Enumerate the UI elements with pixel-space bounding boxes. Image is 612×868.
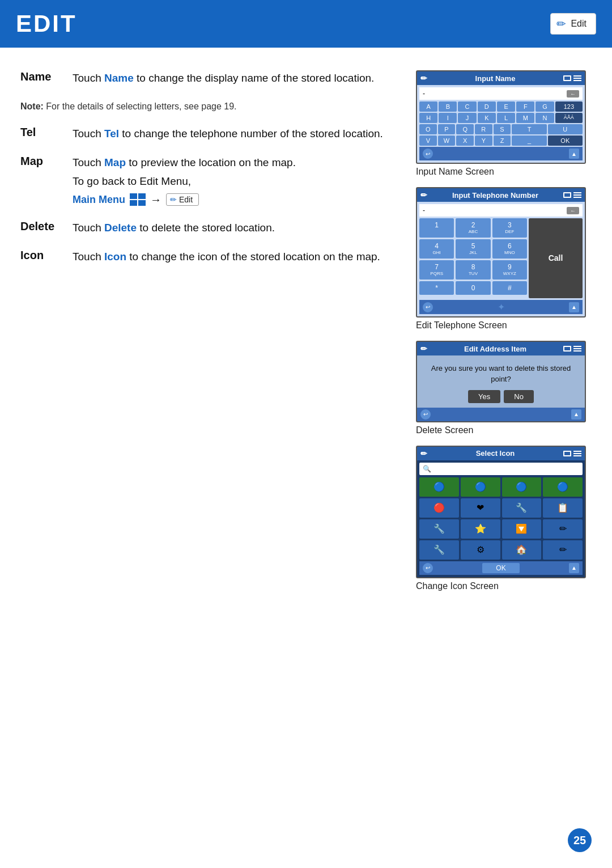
keyboard-row-2: H I J K L M N ÄÅÁ [419,113,583,123]
key-hash[interactable]: # [492,281,527,295]
key-c[interactable]: C [458,101,476,112]
signal-icon [563,75,571,81]
icon-cell-4[interactable]: 🔵 [543,477,583,497]
icon-cell-13[interactable]: 🔧 [419,540,459,560]
key-k[interactable]: K [478,113,496,123]
key-3[interactable]: 3DEF [492,218,527,238]
delete-highlight: Delete [104,222,137,234]
key-q[interactable]: Q [456,124,474,134]
key-h[interactable]: H [419,113,437,123]
icon-cell-12[interactable]: ✏ [543,519,583,539]
key-d[interactable]: D [478,101,496,112]
tel-topbar: ✏ Input Telephone Number [417,188,585,202]
key-a[interactable]: A [419,101,437,112]
delete-section: Delete Touch Delete to delete the stored… [20,220,398,236]
key-5[interactable]: 5JKL [456,239,490,259]
icon-cell-16[interactable]: ✏ [543,540,583,560]
key-8[interactable]: 8TUV [456,260,490,280]
key-z[interactable]: Z [494,136,511,146]
icon-screen: ✏ Select Icon 🔍 [416,446,586,578]
tel-up-button[interactable]: ▲ [569,302,579,312]
pen-icon: ✏ [556,17,566,31]
key-123[interactable]: 123 [555,101,583,112]
icon-cell-5[interactable]: 🔴 [419,498,459,518]
back-button[interactable]: ↩ [423,149,433,159]
delete-row: Delete Touch Delete to delete the stored… [20,220,398,236]
delete-up-button[interactable]: ▲ [571,409,581,420]
key-ok[interactable]: OK [548,136,583,146]
icon-cell-11[interactable]: 🔽 [502,519,542,539]
key-1[interactable]: 1 [419,218,454,238]
key-7[interactable]: 7PQRS [419,260,454,280]
icon-cell-10[interactable]: ⭐ [461,519,500,539]
note-text: Note: For the details of selecting lette… [20,100,398,113]
tel-backspace[interactable]: ← [567,207,579,214]
name-definition: Touch Name to change the display name of… [73,70,374,86]
map-sub: To go back to Edit Menu, [73,175,398,188]
icon-cell-3[interactable]: 🔵 [502,477,542,497]
delete-signal-icon [563,346,571,352]
icon-cell-14[interactable]: ⚙ [461,540,500,560]
key-b[interactable]: B [439,101,457,112]
key-w[interactable]: W [438,136,456,146]
key-4[interactable]: 4GHI [419,239,454,259]
key-s[interactable]: S [494,124,511,134]
map-row: Map Touch Map to preview the location on… [20,155,398,171]
key-t[interactable]: T [512,124,546,134]
icon-back-button[interactable]: ↩ [423,563,433,573]
tel-bottom-bar: ↩ ✦ ▲ [419,300,583,314]
key-2[interactable]: 2ABC [456,218,490,238]
tel-definition: Touch Tel to change the telephone number… [73,126,383,142]
key-n[interactable]: N [536,113,554,123]
input-name-bottom-bar: ↩ ▲ [419,147,583,160]
key-o[interactable]: O [419,124,437,134]
icon-cell-2[interactable]: 🔵 [461,477,500,497]
delete-topbar-title: Edit Address Item [464,345,526,353]
key-aaa[interactable]: ÄÅÁ [555,113,583,123]
icon-ok-button[interactable]: OK [482,563,519,573]
icon-cell-7[interactable]: 🔧 [502,498,542,518]
icon-definition: Touch Icon to change the icon of the sto… [73,249,380,265]
key-0[interactable]: 0 [456,281,490,295]
yes-button[interactable]: Yes [468,390,500,403]
icon-cell-8[interactable]: 📋 [543,498,583,518]
up-button[interactable]: ▲ [569,149,579,159]
key-e[interactable]: E [497,101,515,112]
key-x[interactable]: X [456,136,474,146]
icon-up-button[interactable]: ▲ [569,563,579,573]
key-j[interactable]: J [458,113,476,123]
key-u[interactable]: U [548,124,583,134]
key-y[interactable]: Y [475,136,492,146]
key-9[interactable]: 9WXYZ [492,260,527,280]
delete-definition: Touch Delete to delete the stored locati… [73,220,275,236]
key-g[interactable]: G [536,101,554,112]
edit-pen-icon: ✏ [170,195,177,204]
icon-cell-6[interactable]: ❤ [461,498,500,518]
key-i[interactable]: I [439,113,457,123]
key-r[interactable]: R [475,124,492,134]
key-l[interactable]: L [497,113,515,123]
icon-cell-15[interactable]: 🏠 [502,540,542,560]
key-v[interactable]: V [419,136,437,146]
key-star[interactable]: * [419,281,454,295]
tel-back-button[interactable]: ↩ [423,302,433,312]
delete-buttons: Yes No [422,390,580,403]
key-m[interactable]: M [516,113,534,123]
icon-signal-icon [563,451,571,456]
key-space[interactable]: _ [512,136,546,146]
icon-cell-1[interactable]: 🔵 [419,477,459,497]
delete-back-button[interactable]: ↩ [420,409,431,420]
key-6[interactable]: 6MNO [492,239,527,259]
tel-signal-icon [563,192,571,198]
call-button[interactable]: Call [529,218,583,298]
map-definition: Touch Map to preview the location on the… [73,155,296,171]
icon-cell-9[interactable]: 🔧 [419,519,459,539]
icon-term: Icon [20,249,66,265]
no-button[interactable]: No [504,390,534,403]
map-section: Map Touch Map to preview the location on… [20,155,398,206]
backspace-btn[interactable]: ← [567,90,579,98]
icon-search-bar: 🔍 [419,463,583,475]
key-p[interactable]: P [438,124,456,134]
tel-screen-label: Edit Telephone Screen [416,320,507,331]
key-f[interactable]: F [516,101,534,112]
